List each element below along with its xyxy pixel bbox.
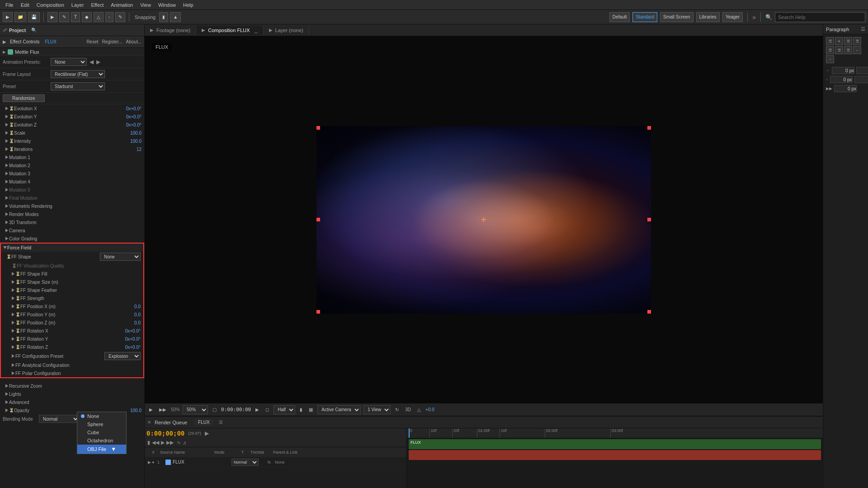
flux-tab[interactable]: FLUX <box>194 419 213 426</box>
prop-ff-size[interactable]: ⏳ FF Shape Size (m) <box>1 278 143 286</box>
prop-color-grading[interactable]: Color Grading <box>0 235 144 243</box>
tl-fwd[interactable]: ▶▶ <box>166 440 174 446</box>
tab-footage[interactable]: ▶ Footage (none) <box>145 26 196 35</box>
animation-presets-dropdown[interactable]: None <box>51 58 87 66</box>
handle-mid-right[interactable] <box>647 218 651 221</box>
prop-evolution-y[interactable]: ⏳ Evolution Y 0x+0.0° <box>0 113 144 121</box>
tl-play[interactable]: ▶ <box>161 440 165 446</box>
prop-ff-shape-fill[interactable]: ⏳ FF Shape Fill <box>1 270 143 278</box>
prop-ff-rot-y[interactable]: ⏳ FF Rotation Y 0x+0.0° <box>1 335 143 343</box>
tab-composition[interactable]: ▶ Composition FLUX ⎯ <box>196 26 263 35</box>
space-after-input[interactable] <box>854 76 868 83</box>
snapping-btn1[interactable]: ▮ <box>159 12 168 22</box>
prop-iterations[interactable]: ⏳ Iterations 12 <box>0 145 144 153</box>
prop-mutation5[interactable]: Mutation 5 <box>0 186 144 194</box>
align-right[interactable]: ☰ <box>844 37 852 45</box>
tl-audio-toggle[interactable]: ♬ <box>183 440 186 446</box>
prop-scale[interactable]: ⏳ Scale 100.0 <box>0 129 144 137</box>
prop-mutation2[interactable]: Mutation 2 <box>0 161 144 169</box>
playhead[interactable] <box>409 428 410 438</box>
ec-about-btn[interactable]: About... <box>126 39 142 44</box>
menu-animation[interactable]: Animation <box>107 1 137 9</box>
align-justify3[interactable]: ☰ <box>844 46 852 54</box>
menu-help[interactable]: Help <box>179 1 197 9</box>
indent-right[interactable]: → <box>826 55 834 63</box>
tab-layer[interactable]: ▶ Layer (none) <box>264 26 309 35</box>
hyphenate-input[interactable] <box>834 85 857 92</box>
force-field-header[interactable]: Force Field <box>1 244 143 252</box>
menu-view[interactable]: View <box>137 1 155 9</box>
toolbar-tool1[interactable]: ▶ <box>47 12 57 22</box>
vt-snapshot[interactable]: ◻ <box>264 407 271 413</box>
preset-dropdown[interactable]: Starburst <box>51 82 105 90</box>
tl-back[interactable]: ◀◀ <box>152 440 159 446</box>
vt-grid[interactable]: ▦ <box>307 407 315 413</box>
prop-render-modes[interactable]: Render Modes <box>0 210 144 218</box>
prop-ff-strength[interactable]: ⏳ FF Strength <box>1 294 143 302</box>
prop-ff-feather[interactable]: ⏳ FF Shape Feather <box>1 286 143 294</box>
handle-bottom-right[interactable] <box>647 310 651 314</box>
prop-ff-analytical[interactable]: FF Analytical Configuration <box>1 361 143 369</box>
workspace-default[interactable]: Default <box>609 12 630 22</box>
handle-top-right[interactable] <box>647 126 651 130</box>
menu-edit[interactable]: Edit <box>17 1 33 9</box>
handle-mid-left[interactable] <box>316 218 320 221</box>
menu-effect[interactable]: Effect <box>87 1 107 9</box>
toolbar-tool3[interactable]: T <box>71 12 80 22</box>
prop-recursive-zoom[interactable]: Recursive Zoom <box>0 382 144 390</box>
align-center[interactable]: ≡ <box>835 37 843 45</box>
randomize-btn[interactable]: Randomize <box>3 94 45 102</box>
dropdown-objfile[interactable]: OBJ File ▼ <box>77 445 126 454</box>
toolbar-tool2[interactable]: ✎ <box>59 12 69 22</box>
align-justify[interactable]: ☰ <box>853 37 861 45</box>
prop-ff-rot-x[interactable]: ⏳ FF Rotation X 0x+0.0° <box>1 327 143 335</box>
ec-register-btn[interactable]: Register... <box>102 39 123 44</box>
prop-final-mutation[interactable]: Final Mutation <box>0 194 144 202</box>
vt-view-dropdown[interactable]: 1 View <box>363 405 391 414</box>
prop-ff-rot-z[interactable]: ⏳ FF Rotation Z 0x+0.0° <box>1 343 143 351</box>
vt-reset-view[interactable]: ↻ <box>393 407 401 413</box>
prop-ff-pos-y[interactable]: ⏳ FF Position Y (m) 0.0 <box>1 310 143 319</box>
prop-vol-rendering[interactable]: Volumetric Rendering <box>0 202 144 210</box>
dropdown-sphere[interactable]: Sphere <box>77 420 126 428</box>
vt-zoom-dropdown[interactable]: 50% 100% <box>183 405 208 414</box>
tl-stop[interactable]: ▮ <box>147 440 150 446</box>
tl-menu-icon[interactable]: ☰ <box>219 420 223 425</box>
align-left[interactable]: ☰ <box>826 37 834 45</box>
indent-left[interactable]: ← <box>853 46 861 54</box>
toolbar-new[interactable]: ▶ <box>3 12 13 22</box>
prop-mutation4[interactable]: Mutation 4 <box>0 178 144 186</box>
vt-quality-dropdown[interactable]: Half Full <box>274 405 295 414</box>
project-search-icon[interactable]: 🔍 <box>31 28 37 33</box>
prop-intensity[interactable]: ⏳ Intensity 100.0 <box>0 137 144 145</box>
snapping-btn2[interactable]: ▲ <box>170 12 181 22</box>
vt-safe-zones[interactable]: ▮ <box>298 407 304 413</box>
vt-layer-controls[interactable]: △ <box>415 407 423 413</box>
menu-layer[interactable]: Layer <box>68 1 88 9</box>
ff-shape-dropdown[interactable]: None Sphere Cube Octahedron OBJ File <box>100 253 141 261</box>
render-queue-close[interactable]: ✕ <box>147 420 151 425</box>
workspace-standard[interactable]: Standard <box>632 12 657 22</box>
prop-mutation1[interactable]: Mutation 1 <box>0 153 144 161</box>
handle-bottom-left[interactable] <box>316 310 320 314</box>
prop-ff-pos-x[interactable]: ⏳ FF Position X (m) 0.0 <box>1 302 143 310</box>
prop-ff-polar[interactable]: FF Polar Configuration <box>1 369 143 377</box>
prop-camera[interactable]: Camera <box>0 226 144 235</box>
menu-window[interactable]: Window <box>155 1 179 9</box>
search-input[interactable] <box>775 12 865 22</box>
toolbar-open[interactable]: 📁 <box>14 12 26 22</box>
align-left2[interactable]: ☰ <box>826 46 834 54</box>
vt-audio[interactable]: ▶▶ <box>157 407 168 413</box>
prop-lights[interactable]: Lights <box>0 390 144 398</box>
workspace-libraries[interactable]: Libraries <box>696 12 720 22</box>
space-before-input[interactable] <box>830 76 853 83</box>
layer-eye[interactable]: ▶ <box>146 460 152 465</box>
ff-config-dropdown[interactable]: Explosion <box>104 352 141 360</box>
prop-ff-pos-z[interactable]: ⏳ FF Position Z (m) 0.0 <box>1 319 143 327</box>
indent-before-input[interactable] <box>832 67 854 74</box>
dropdown-octahedron[interactable]: Octahedron <box>77 436 126 445</box>
workspace-expand[interactable]: » <box>752 14 756 21</box>
ec-reset-btn[interactable]: Reset <box>86 39 98 44</box>
layer-lock[interactable]: ● <box>152 460 157 465</box>
vt-camera[interactable]: ▶ <box>254 407 261 413</box>
